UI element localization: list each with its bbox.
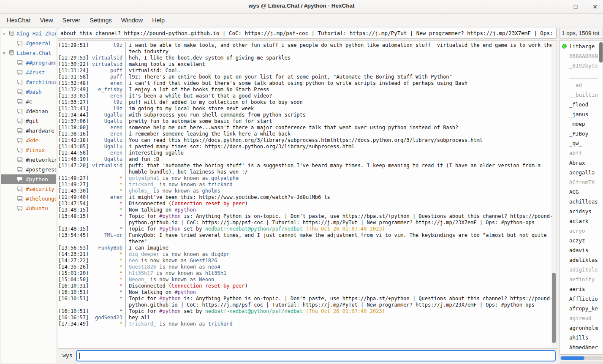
user-list-item[interactable]: ACG <box>560 187 603 197</box>
message-text: neo is now known as Guest1826 <box>125 258 557 264</box>
sidebar-item--ubuntu[interactable]: #ubuntu <box>1 204 56 213</box>
chat-line: [16:10:31]*Disconnected (Connection rese… <box>58 283 557 289</box>
user-list-item[interactable]: acidsys <box>560 206 603 216</box>
chat-line: [16:10:51]*Topic for #python is: Anythin… <box>58 296 557 308</box>
timestamp: [11:49:40] <box>58 194 90 201</box>
sidebar-server-libera-chat[interactable]: ▽Libera.Chat <box>1 48 56 58</box>
channel-label: #git <box>26 118 38 124</box>
message-text: Topic for #python is: Anything Python is… <box>125 213 557 226</box>
user-list-item[interactable]: _moep_ <box>560 119 603 129</box>
user-list-item[interactable]: _flood <box>560 100 603 109</box>
sidebar-item--bash[interactable]: #bash <box>1 87 56 97</box>
sidebar-item--linux[interactable]: #linux <box>1 145 56 155</box>
user-list-item[interactable]: __builtin <box>560 90 603 100</box>
chat-line: [14:27:22]*neo is now known as Guest1826 <box>58 258 557 264</box>
user-list-item[interactable]: _PJBoy <box>560 129 603 139</box>
sidebar-item--general[interactable]: #general <box>1 38 56 48</box>
user-list-item[interactable]: adavis <box>560 245 603 255</box>
sidebar-item--postgresq[interactable]: #postgresq <box>1 165 56 174</box>
user-list-item[interactable]: acegalla- <box>560 168 603 177</box>
timestamp: [11:47:20] <box>58 163 90 169</box>
user-list-item[interactable]: adigitole <box>560 265 603 274</box>
message-text: FunkyBob: I have tried several times, an… <box>125 232 557 245</box>
user-list-item[interactable]: aczyz <box>560 236 603 245</box>
sidebar-item--c[interactable]: #c <box>1 97 56 106</box>
user-list-item[interactable]: aclark <box>560 216 603 226</box>
user-list-item[interactable]: abff <box>560 148 603 158</box>
close-icon[interactable]: ✕ <box>590 2 600 11</box>
user-nick: achilleas <box>569 198 598 205</box>
user-list-item[interactable]: __ad <box>560 80 603 90</box>
channel-bubble-icon <box>17 196 24 202</box>
chat-line: [11:42:18]UgalluYou can read this https:… <box>58 137 557 144</box>
event-star: * <box>90 264 122 270</box>
message-text: it might've been this: https://www.youtu… <box>125 194 557 201</box>
user-list-item[interactable]: achilleas <box>560 197 603 206</box>
user-list-item[interactable]: agronholm <box>560 323 603 333</box>
event-star: * <box>90 321 122 327</box>
user-nick: afropy_ke <box>569 305 598 312</box>
user-list-item[interactable]: aefinity <box>560 274 603 284</box>
user-list-item[interactable]: AhmedAmer <box>560 342 603 352</box>
user-list-item[interactable]: agireud <box>560 313 603 323</box>
user-list-item[interactable]: 068AADRKN <box>560 51 603 61</box>
user-list-item[interactable]: _qw_ <box>560 139 603 148</box>
maximize-icon[interactable]: □ <box>571 2 580 11</box>
user-list-item[interactable]: _8192byte <box>560 61 603 71</box>
menu-settings[interactable]: Settings <box>85 15 116 25</box>
sidebar-item--networkin[interactable]: #networkin <box>1 155 56 165</box>
user-nick: aefinity <box>569 276 595 283</box>
sidebar-item--hardware[interactable]: #hardware <box>1 126 56 136</box>
user-list-item[interactable]: ACfromTX <box>560 177 603 187</box>
menu-window[interactable]: Window <box>117 15 148 25</box>
user-nick: _________ <box>569 72 598 79</box>
sidebar-item--debian[interactable]: #debian <box>1 106 56 116</box>
sidebar-item--security[interactable]: #security <box>1 184 56 194</box>
minimize-icon[interactable]: − <box>551 2 561 11</box>
sidebar-item--thelounge[interactable]: #thelounge <box>1 194 56 204</box>
menu-hexchat[interactable]: HexChat <box>2 15 35 25</box>
user-list-item[interactable]: ahills <box>560 333 603 342</box>
user-list-item[interactable]: adeliktas <box>560 255 603 265</box>
user-list-item[interactable]: afropy_ke <box>560 304 603 313</box>
chat-line: [15:04:50]*Neoon_ is now known as Neoon <box>58 277 557 283</box>
userlist-scrollbar-thumb[interactable] <box>599 42 603 62</box>
chevron-down-icon[interactable]: ▽ <box>3 32 9 36</box>
menu-server[interactable]: Server <box>58 15 85 25</box>
user-list-item[interactable]: litharge <box>560 41 603 51</box>
user-list-item[interactable]: _________ <box>560 71 603 80</box>
menu-view[interactable]: View <box>35 15 57 25</box>
sidebar-item--git[interactable]: #git <box>1 116 56 126</box>
user-list-item[interactable]: Abrax <box>560 158 603 168</box>
topic-bar[interactable]: about this channel? https://pound-python… <box>58 28 557 39</box>
channel-bubble-icon <box>17 70 24 76</box>
message-text: Disconnected (Connection reset by peer) <box>125 283 557 289</box>
timestamp: [11:46:10] <box>58 156 90 163</box>
sidebar-item--python[interactable]: #python <box>1 174 56 184</box>
userlist-hscrollbar-thumb[interactable] <box>561 356 584 360</box>
user-list-item[interactable]: acryo <box>560 226 603 236</box>
menu-help[interactable]: Help <box>147 15 169 25</box>
user-list-item[interactable]: _janus <box>560 109 603 119</box>
chat-line: [11:44:58]ereninteresting ugallu <box>58 150 557 156</box>
chat-scrollbar-thumb[interactable] <box>552 273 556 343</box>
timestamp: [14:23:21] <box>58 251 90 258</box>
timestamp: [11:37:06] <box>58 118 90 125</box>
chevron-down-icon[interactable]: ▽ <box>3 51 9 55</box>
sidebar-item--programmi[interactable]: ##programmi <box>1 58 56 68</box>
sidebar-item--archlinux[interactable]: #archlinux <box>1 77 56 87</box>
user-list-item[interactable]: aeris <box>560 284 603 294</box>
sidebar-server-xing-hai-zhan[interactable]: ▽Xing-Hai-Zhan <box>1 29 56 38</box>
chat-line: [11:32:48]ereni can't find that video bu… <box>58 80 557 87</box>
sidebar-item--kde[interactable]: #kde <box>1 136 56 145</box>
user-list-item[interactable]: Afflictio <box>560 294 603 304</box>
sidebar-item--rust[interactable]: ##rust <box>1 68 56 77</box>
message-text: golyalpha1 is now known as golyalpha <box>125 175 557 182</box>
message-text: I enjoy a lot of the books from No Starh… <box>125 87 557 93</box>
nick: Ugallu <box>90 144 122 150</box>
channel-bubble-icon <box>17 89 24 95</box>
bottom-scrollbar-track[interactable] <box>560 361 603 364</box>
chat-line: [11:43:05]Ugallui pasted many times soz:… <box>58 144 557 150</box>
message-input[interactable] <box>76 350 556 361</box>
message-text: l9z: There's an entire book to put on yo… <box>125 74 557 80</box>
